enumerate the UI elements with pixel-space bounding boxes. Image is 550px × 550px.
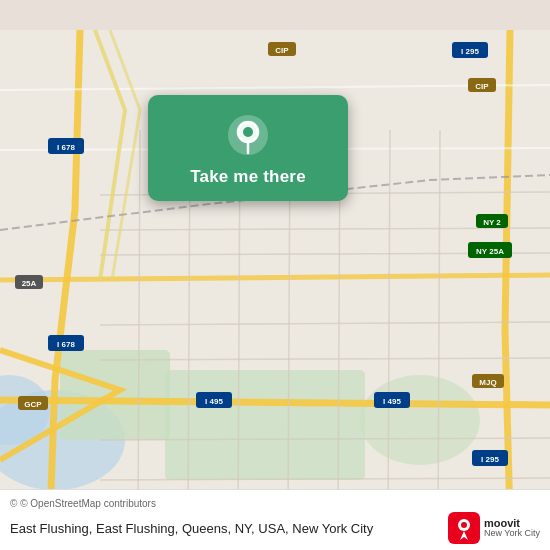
svg-point-52 (243, 127, 253, 137)
svg-text:25A: 25A (22, 279, 37, 288)
svg-rect-4 (165, 370, 365, 480)
location-text: East Flushing, East Flushing, Queens, NY… (10, 521, 448, 536)
svg-point-5 (360, 375, 480, 465)
map-svg: I 295 I 678 I 678 NY 25A GCP I 495 I 495… (0, 0, 550, 550)
location-line: East Flushing, East Flushing, Queens, NY… (10, 512, 540, 544)
svg-text:I 295: I 295 (481, 455, 499, 464)
location-pin-icon (226, 113, 270, 157)
svg-text:NY 2: NY 2 (483, 218, 501, 227)
svg-text:CIP: CIP (275, 46, 289, 55)
svg-text:I 678: I 678 (57, 340, 75, 349)
copyright-icon: © (10, 498, 17, 509)
map-container: I 295 I 678 I 678 NY 25A GCP I 495 I 495… (0, 0, 550, 550)
svg-text:GCP: GCP (24, 400, 42, 409)
moovit-badge: moovit New York City (448, 512, 540, 544)
copyright-line: © © OpenStreetMap contributors (10, 498, 540, 509)
svg-text:NY 25A: NY 25A (476, 247, 504, 256)
svg-text:I 295: I 295 (461, 47, 479, 56)
svg-text:I 495: I 495 (383, 397, 401, 406)
svg-text:MJQ: MJQ (479, 378, 496, 387)
moovit-text: moovit New York City (484, 517, 540, 539)
svg-text:CIP: CIP (475, 82, 489, 91)
take-me-there-button[interactable]: Take me there (190, 167, 306, 187)
svg-point-56 (461, 522, 467, 528)
svg-text:I 495: I 495 (205, 397, 223, 406)
bottom-bar: © © OpenStreetMap contributors East Flus… (0, 489, 550, 550)
action-card[interactable]: Take me there (148, 95, 348, 201)
moovit-logo-icon (448, 512, 480, 544)
copyright-text: © OpenStreetMap contributors (20, 498, 156, 509)
svg-text:I 678: I 678 (57, 143, 75, 152)
moovit-sub: New York City (484, 529, 540, 539)
